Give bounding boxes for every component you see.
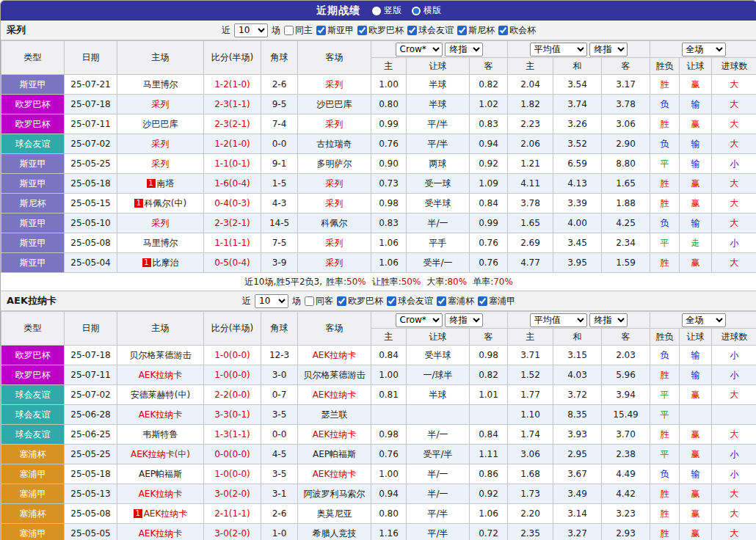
team-name-text: 科佩尔: [321, 218, 348, 228]
layout-radio-horizontal[interactable]: 横版: [412, 4, 441, 17]
match-score[interactable]: 1-1(1-1): [204, 233, 261, 253]
league-checkbox-input[interactable]: [457, 26, 467, 35]
fulltime-select[interactable]: 全场: [682, 43, 726, 56]
avg-select[interactable]: 平均值: [530, 313, 587, 327]
match-score[interactable]: 2-1(1-1): [204, 504, 261, 524]
league-filter-checkbox[interactable]: 欧罗巴杯: [357, 24, 404, 37]
home-team[interactable]: 马里博尔: [117, 233, 204, 253]
team-name-text: 韦斯特鲁: [143, 429, 178, 439]
odds-company-select[interactable]: Crow*: [396, 43, 443, 56]
league-checkbox-input[interactable]: [478, 296, 487, 306]
match-score[interactable]: 0-0(0-0): [204, 445, 261, 464]
away-team[interactable]: AEK拉纳卡: [298, 346, 371, 365]
odds-time-select[interactable]: 终指: [445, 43, 483, 56]
match-score[interactable]: 1-6(0-4): [204, 174, 261, 194]
avg-time-select[interactable]: 终指: [589, 43, 628, 56]
away-team[interactable]: 采列: [298, 75, 371, 95]
recent-count-select[interactable]: 10: [255, 294, 288, 308]
league-filter-checkbox[interactable]: 塞浦甲: [478, 295, 515, 307]
league-filter-checkbox[interactable]: 欧罗巴杯: [337, 295, 383, 307]
home-team[interactable]: AEK拉纳卡: [117, 484, 204, 504]
match-score[interactable]: 1-1(0-1): [204, 154, 261, 174]
away-team[interactable]: 采列: [298, 114, 371, 134]
match-score[interactable]: 0-4(0-3): [204, 194, 261, 214]
away-team[interactable]: 阿波罗利马索尔: [298, 484, 371, 504]
league-filter-checkbox[interactable]: 斯亚甲: [316, 24, 354, 37]
recent-count-select[interactable]: 10: [234, 23, 268, 37]
home-team[interactable]: 1南塔: [117, 174, 204, 194]
home-team[interactable]: 沙巴巴库: [117, 114, 204, 134]
league-checkbox-input[interactable]: [387, 296, 396, 306]
match-score[interactable]: 1-2(1-0): [204, 75, 261, 95]
league-filter-checkbox[interactable]: 球会友谊: [387, 295, 433, 307]
fulltime-select[interactable]: 全场: [682, 313, 726, 327]
same-venue-checkbox[interactable]: 同主: [284, 24, 313, 37]
layout-radio-vertical[interactable]: 竖版: [372, 4, 401, 17]
team-name-text: 采列: [152, 139, 170, 149]
home-team[interactable]: 贝尔格莱德游击: [117, 346, 204, 365]
away-team[interactable]: 希腊人竞技: [298, 524, 371, 540]
league-checkbox-input[interactable]: [498, 26, 508, 35]
match-score[interactable]: 1-0(0-0): [204, 464, 261, 484]
avg-time-select[interactable]: 终指: [589, 313, 628, 327]
home-team[interactable]: 采列: [117, 134, 204, 154]
home-team[interactable]: AEP帕福斯: [117, 464, 204, 484]
home-team[interactable]: 1科佩尔(中): [117, 194, 204, 214]
home-team[interactable]: AEK拉纳卡(中): [117, 445, 204, 464]
match-score[interactable]: 2-3(2-1): [204, 114, 261, 134]
home-team[interactable]: 安德莱赫特(中): [117, 385, 204, 405]
league-filter-checkbox[interactable]: 球会友谊: [407, 24, 454, 37]
avg-select[interactable]: 平均值: [530, 43, 587, 56]
same-venue-input[interactable]: [284, 26, 294, 35]
match-score[interactable]: 2-3(2-1): [204, 214, 261, 233]
home-team[interactable]: 1比摩治: [117, 253, 204, 273]
league-checkbox-input[interactable]: [357, 26, 367, 35]
home-team[interactable]: AEK拉纳卡: [117, 405, 204, 425]
home-team[interactable]: AEK拉纳卡: [117, 365, 204, 385]
home-team[interactable]: 采列: [117, 154, 204, 174]
match-score[interactable]: 2-3(1-1): [204, 95, 261, 114]
home-team[interactable]: 采列: [117, 95, 204, 114]
odds-company-select[interactable]: Crow*: [396, 313, 443, 327]
home-team[interactable]: 1AEK拉纳卡: [117, 504, 204, 524]
away-team[interactable]: 多明萨尔: [298, 154, 371, 174]
away-team[interactable]: 奥莫尼亚: [298, 504, 371, 524]
match-score[interactable]: 3-0(2-0): [204, 484, 261, 504]
away-team[interactable]: 科佩尔: [298, 214, 371, 233]
match-score[interactable]: 0-5(0-4): [204, 253, 261, 273]
league-checkbox-input[interactable]: [437, 296, 446, 306]
league-checkbox-input[interactable]: [316, 26, 326, 35]
home-team[interactable]: 韦斯特鲁: [117, 425, 204, 445]
match-score[interactable]: 1-3(1-1): [204, 425, 261, 445]
away-team[interactable]: 采列: [298, 194, 371, 214]
league-filter-checkbox[interactable]: 塞浦杯: [437, 295, 474, 307]
home-team[interactable]: 采列: [117, 214, 204, 233]
match-score[interactable]: 1-0(0-0): [204, 346, 261, 365]
away-team[interactable]: 古拉瑞奇: [298, 134, 371, 154]
away-team[interactable]: AEK拉纳卡: [298, 425, 371, 445]
away-team[interactable]: AEP帕福斯: [298, 445, 371, 464]
match-score[interactable]: 1-0(0-0): [204, 365, 261, 385]
same-venue-checkbox[interactable]: 同客: [305, 295, 333, 307]
same-venue-input[interactable]: [305, 296, 314, 306]
away-team[interactable]: AEK拉纳卡: [298, 464, 371, 484]
odds-time-select[interactable]: 终指: [445, 313, 483, 327]
away-team[interactable]: AEK拉纳卡: [298, 385, 371, 405]
match-score[interactable]: 2-2(0-0): [204, 385, 261, 405]
match-score[interactable]: 3-0(2-0): [204, 524, 261, 540]
away-team[interactable]: 沙巴巴库: [298, 95, 371, 114]
away-team[interactable]: 采列: [298, 253, 371, 273]
home-team[interactable]: AEK拉纳卡: [117, 524, 204, 540]
away-team[interactable]: 采列: [298, 233, 371, 253]
away-team[interactable]: 瑟兰联: [298, 405, 371, 425]
league-filter-checkbox[interactable]: 欧会杯: [498, 24, 536, 37]
away-team[interactable]: 采列: [298, 174, 371, 194]
match-score[interactable]: 1-2(1-0): [204, 134, 261, 154]
team-name-text: 采列: [326, 178, 344, 189]
league-checkbox-input[interactable]: [407, 26, 417, 35]
league-checkbox-input[interactable]: [337, 296, 346, 306]
league-filter-checkbox[interactable]: 斯尼杯: [457, 24, 495, 37]
away-team[interactable]: 贝尔格莱德游击: [298, 365, 371, 385]
home-team[interactable]: 马里博尔: [117, 75, 204, 95]
match-score[interactable]: 3-3(0-1): [204, 405, 261, 425]
